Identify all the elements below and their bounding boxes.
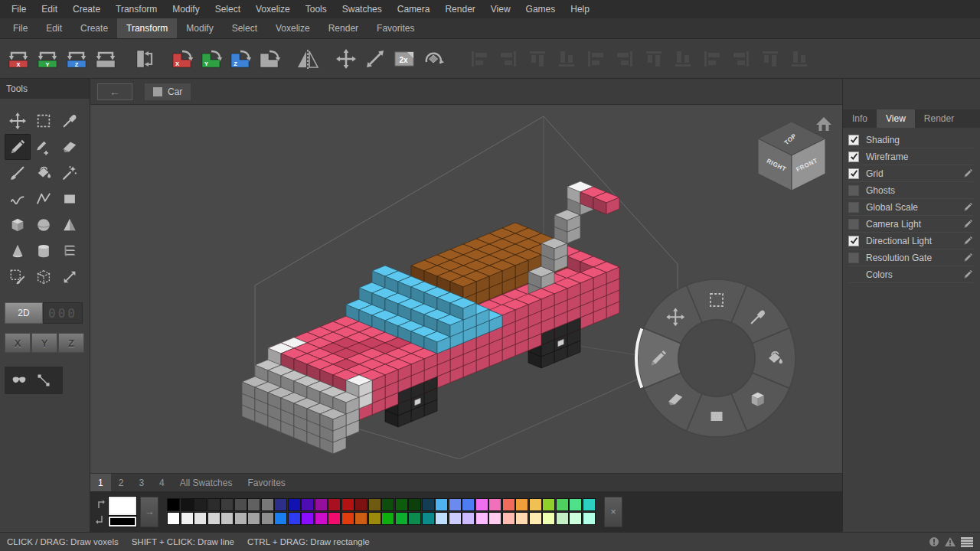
swatch-cell[interactable] (515, 512, 528, 525)
tab-render[interactable]: Render (915, 109, 963, 128)
home-view-icon[interactable] (816, 117, 831, 131)
swatch-cell[interactable] (381, 512, 394, 525)
apply-color-button[interactable]: → (140, 497, 158, 527)
swatch-cell[interactable] (475, 512, 488, 525)
swatch-cell[interactable] (488, 512, 501, 525)
menu-camera[interactable]: Camera (390, 0, 438, 18)
swap-colors-icon[interactable] (96, 499, 105, 525)
foreground-color-swatch[interactable] (109, 497, 136, 515)
swatch-cell[interactable] (475, 498, 488, 511)
submenu-render[interactable]: Render (319, 18, 368, 38)
menu-file[interactable]: File (4, 0, 34, 18)
swatch-cell[interactable] (502, 512, 515, 525)
menu-tools[interactable]: Tools (298, 0, 335, 18)
tab-info[interactable]: Info (843, 109, 877, 128)
swatch-cell[interactable] (181, 512, 194, 525)
swatch-cell[interactable] (381, 498, 394, 511)
swatch-cell[interactable] (354, 498, 368, 511)
tool-select[interactable] (31, 108, 57, 134)
submenu-transform[interactable]: Transform (117, 18, 177, 38)
mask-icon[interactable] (10, 373, 28, 388)
submenu-select[interactable]: Select (223, 18, 266, 38)
swatch-cell[interactable] (234, 512, 247, 525)
swatch-cell[interactable] (462, 498, 475, 511)
line-mode-icon[interactable] (34, 373, 53, 388)
swatch-cell[interactable] (462, 512, 475, 525)
remove-swatch-button[interactable]: × (604, 497, 622, 527)
submenu-create[interactable]: Create (71, 18, 117, 38)
menu-select[interactable]: Select (207, 0, 248, 18)
tab-view[interactable]: View (877, 109, 915, 128)
swatch-cell[interactable] (234, 498, 247, 511)
tool-select-brush[interactable] (5, 264, 31, 290)
swatch-cell[interactable] (515, 498, 528, 511)
edit-pencil-icon[interactable] (963, 253, 973, 262)
swatch-cell[interactable] (247, 498, 260, 511)
tool-pyramid[interactable] (57, 212, 83, 238)
rotate-free-button[interactable] (255, 45, 284, 73)
tool-eraser[interactable] (57, 134, 83, 160)
submenu-voxelize[interactable]: Voxelize (266, 18, 319, 38)
grid-checkbox[interactable] (848, 168, 859, 179)
move-button[interactable] (332, 45, 361, 73)
swatch-cell[interactable] (449, 512, 462, 525)
swatch-cell[interactable] (261, 512, 274, 525)
swatch-cell[interactable] (542, 498, 555, 511)
swatch-cell[interactable] (341, 498, 354, 511)
background-color-swatch[interactable] (109, 517, 136, 527)
menu-help[interactable]: Help (563, 0, 597, 18)
mirror-x-button[interactable]: X (4, 45, 33, 73)
swatch-cell[interactable] (435, 498, 448, 511)
swatch-cell[interactable] (408, 498, 421, 511)
swatch-cell[interactable] (502, 498, 515, 511)
swatch-cell[interactable] (315, 512, 328, 525)
rotate-x-button[interactable]: X (168, 45, 197, 73)
edit-pencil-icon[interactable] (963, 219, 973, 229)
swatch-cell[interactable] (435, 512, 448, 525)
edit-pencil-icon[interactable] (963, 202, 973, 212)
menu-voxelize[interactable]: Voxelize (248, 0, 298, 18)
submenu-edit[interactable]: Edit (37, 18, 71, 38)
swatch-cell[interactable] (395, 512, 408, 525)
tool-pencil[interactable] (5, 134, 31, 160)
swatch-cell[interactable] (301, 512, 314, 525)
tool-brush[interactable] (5, 160, 31, 186)
swatch-cell[interactable] (583, 498, 596, 511)
offset-button[interactable] (361, 45, 390, 73)
axis-x-button[interactable]: X (5, 333, 31, 353)
submenu-modify[interactable]: Modify (177, 18, 222, 38)
swatch-cell[interactable] (194, 512, 207, 525)
swatch-tab-4[interactable]: 4 (152, 474, 172, 492)
edit-pencil-icon[interactable] (963, 236, 973, 246)
swatch-cell[interactable] (408, 512, 421, 525)
menu-render[interactable]: Render (437, 0, 482, 18)
swatch-cell[interactable] (288, 512, 301, 525)
swatch-cell[interactable] (207, 498, 220, 511)
rotate-view-button[interactable] (419, 45, 448, 73)
menu-view[interactable]: View (483, 0, 518, 18)
swatch-tab-1[interactable]: 1 (90, 474, 111, 492)
tool-resize[interactable] (57, 264, 83, 290)
menu-games[interactable]: Games (518, 0, 564, 18)
tool-sphere[interactable] (31, 212, 57, 238)
swatch-cell[interactable] (341, 512, 354, 525)
swatch-tab-all-swatches[interactable]: All Swatches (172, 474, 240, 492)
menu-create[interactable]: Create (65, 0, 108, 18)
swatch-cell[interactable] (328, 498, 341, 511)
mirror-y-button[interactable]: Y (33, 45, 62, 73)
document-tab-car[interactable]: Car (145, 83, 191, 100)
tool-magic-wand[interactable] (57, 160, 83, 186)
swatch-cell[interactable] (422, 498, 435, 511)
submenu-favorites[interactable]: Favorites (368, 18, 423, 38)
swatch-cell[interactable] (449, 498, 462, 511)
radial-tool-menu[interactable] (636, 279, 795, 437)
warning-icon[interactable] (944, 536, 956, 547)
tool-paint-bucket[interactable] (31, 160, 57, 186)
swatch-cell[interactable] (220, 512, 234, 525)
back-button[interactable]: ← (97, 83, 132, 100)
swatch-cell[interactable] (569, 512, 582, 525)
swatch-cell[interactable] (368, 498, 381, 511)
menu-transform[interactable]: Transform (108, 0, 165, 18)
camera-light-checkbox[interactable] (848, 219, 859, 230)
swatch-cell[interactable] (529, 498, 542, 511)
